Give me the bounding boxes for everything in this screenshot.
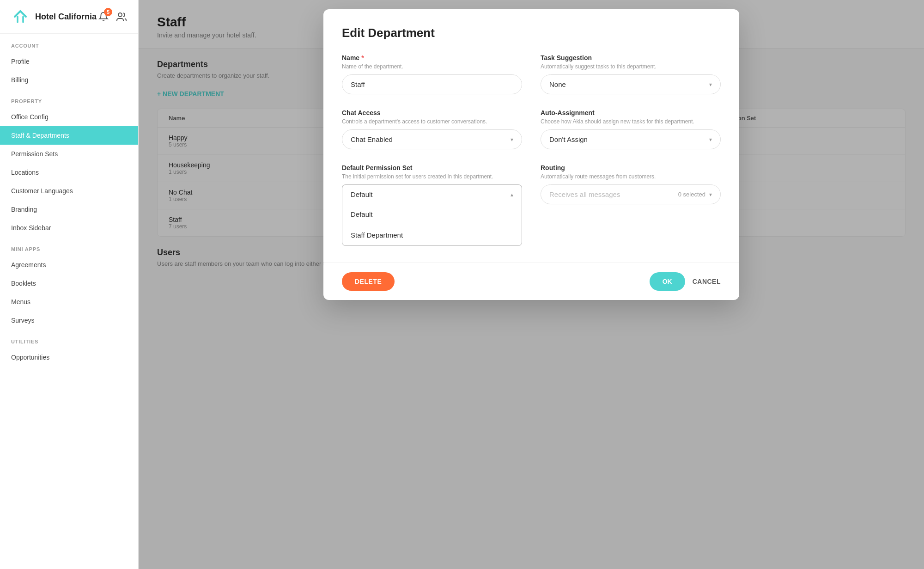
section-mini-apps: MINI APPS [0,237,138,256]
routing-group: Routing Automatically route messages fro… [541,164,721,246]
routing-select[interactable]: Receives all messages 0 selected ▾ [541,184,721,204]
section-account: ACCOUNT [0,34,138,52]
modal-body: Edit Department Name * Name of the depar… [323,9,739,263]
auto-assign-label: Auto-Assignment [541,109,721,116]
perm-option-default[interactable]: Default [342,204,522,225]
routing-count: 0 selected [678,191,705,198]
sidebar-item-menus[interactable]: Menus [0,293,138,311]
cancel-button[interactable]: CANCEL [693,278,721,285]
edit-department-modal: Edit Department Name * Name of the depar… [323,9,739,300]
routing-label: Routing [541,164,721,171]
auto-assign-select[interactable]: Don't Assign ▾ [541,129,721,149]
required-star: * [361,54,364,61]
team-icon[interactable] [116,12,127,22]
notification-bell[interactable]: 5 [98,12,109,22]
task-select[interactable]: None ▾ [541,74,721,94]
section-property: PROPERTY [0,89,138,108]
sidebar-item-inbox-sidebar[interactable]: Inbox Sidebar [0,219,138,237]
task-suggestion-group: Task Suggestion Automatically suggest ta… [541,54,721,94]
sidebar-item-billing[interactable]: Billing [0,71,138,89]
perm-dropdown-menu: Default Staff Department [342,204,522,246]
svg-point-0 [118,13,122,17]
auto-assign-arrow: ▾ [709,136,712,143]
header-icons: 5 [98,12,127,22]
notification-count: 5 [104,8,112,16]
section-utilities: UTILITIES [0,330,138,348]
modal-overlay: Edit Department Name * Name of the depar… [139,0,924,569]
perm-option-staff-dept[interactable]: Staff Department [342,225,522,245]
task-label: Task Suggestion [541,54,721,61]
routing-arrow: ▾ [709,191,712,198]
routing-placeholder: Receives all messages [549,190,620,198]
perm-value: Default [351,190,373,198]
hotel-name: Hotel California [35,12,97,22]
chat-access-desc: Controls a department's access to custom… [342,118,522,125]
form-grid: Name * Name of the department. Task Sugg… [342,54,721,246]
chat-access-label: Chat Access [342,109,522,116]
chat-access-select[interactable]: Chat Enabled ▾ [342,129,522,149]
chat-access-arrow: ▾ [511,136,513,143]
auto-assign-desc: Choose how Akia should assign new tasks … [541,118,721,125]
sidebar-header: Hotel California 5 [0,0,138,34]
sidebar-item-branding[interactable]: Branding [0,200,138,219]
footer-right: OK CANCEL [650,272,721,291]
delete-button[interactable]: DELETE [342,272,395,291]
sidebar-item-permission-sets[interactable]: Permission Sets [0,145,138,163]
sidebar: Hotel California 5 ACCOUNT Profile Billi… [0,0,139,569]
sidebar-item-opportunities[interactable]: Opportunities [0,348,138,367]
perm-select[interactable]: Default ▴ [342,184,522,204]
name-label: Name * [342,54,522,61]
routing-desc: Automatically route messages from custom… [541,173,721,180]
sidebar-item-staff-departments[interactable]: Staff & Departments [0,126,138,145]
sidebar-item-surveys[interactable]: Surveys [0,311,138,330]
main-content: Staff Invite and manage your hotel staff… [139,0,924,569]
modal-footer: DELETE OK CANCEL [323,263,739,300]
auto-assign-value: Don't Assign [549,135,588,143]
sidebar-item-agreements[interactable]: Agreements [0,256,138,274]
perm-label: Default Permission Set [342,164,522,171]
sidebar-item-locations[interactable]: Locations [0,163,138,182]
sidebar-item-office-config[interactable]: Office Config [0,108,138,126]
task-value: None [549,80,566,88]
sidebar-item-profile[interactable]: Profile [0,52,138,71]
modal-title: Edit Department [342,26,721,40]
chat-access-group: Chat Access Controls a department's acce… [342,109,522,149]
logo-icon [11,9,30,24]
perm-desc: The initial permission set for users cre… [342,173,522,180]
permission-set-group: Default Permission Set The initial permi… [342,164,522,246]
name-desc: Name of the department. [342,63,522,70]
sidebar-item-customer-languages[interactable]: Customer Languages [0,182,138,200]
perm-dropdown-arrow: ▴ [511,191,513,198]
auto-assignment-group: Auto-Assignment Choose how Akia should a… [541,109,721,149]
task-desc: Automatically suggest tasks to this depa… [541,63,721,70]
chat-access-value: Chat Enabled [351,135,393,143]
task-dropdown-arrow: ▾ [709,81,712,88]
name-group: Name * Name of the department. [342,54,522,94]
sidebar-item-booklets[interactable]: Booklets [0,274,138,293]
name-input[interactable] [342,74,522,94]
ok-button[interactable]: OK [650,272,685,291]
